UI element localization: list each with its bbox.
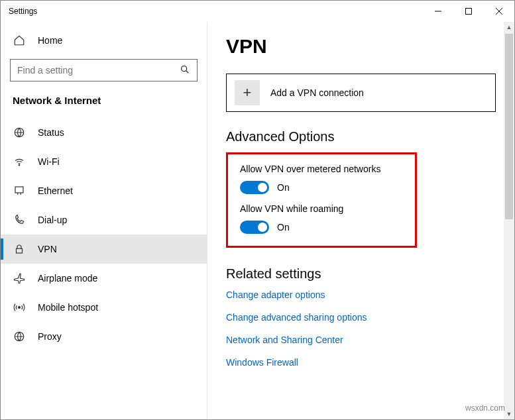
page-title: VPN — [226, 35, 496, 58]
svg-rect-11 — [17, 248, 23, 253]
hotspot-icon — [13, 301, 26, 313]
sidebar-item-label: VPN — [38, 244, 57, 254]
scroll-down-icon[interactable]: ▼ — [504, 409, 514, 419]
svg-line-5 — [186, 71, 188, 73]
sidebar-item-airplane[interactable]: Airplane mode — [1, 264, 207, 293]
highlighted-region: Allow VPN over metered networks On Allow… — [226, 152, 417, 248]
toggle-roaming[interactable] — [240, 221, 269, 234]
airplane-icon — [13, 272, 26, 284]
dialup-icon — [13, 214, 26, 226]
sidebar-item-label: Dial-up — [38, 215, 67, 225]
sidebar-item-label: Mobile hotspot — [38, 302, 98, 313]
sidebar-item-ethernet[interactable]: Ethernet — [1, 176, 207, 205]
home-link[interactable]: Home — [1, 26, 207, 55]
sidebar-item-proxy[interactable]: Proxy — [1, 322, 207, 351]
link-network-center[interactable]: Network and Sharing Center — [226, 335, 496, 345]
scrollbar[interactable]: ▲ ▼ — [504, 22, 514, 419]
toggle-metered[interactable] — [240, 181, 269, 194]
scrollbar-thumb[interactable] — [505, 34, 513, 219]
add-vpn-button[interactable]: + Add a VPN connection — [226, 74, 496, 112]
window-title: Settings — [9, 7, 423, 16]
ethernet-icon — [13, 185, 26, 197]
vpn-icon — [13, 243, 26, 255]
sidebar-item-status[interactable]: Status — [1, 118, 207, 147]
status-icon — [13, 127, 26, 138]
sidebar: Home Network & Internet Status Wi-Fi Eth… — [1, 22, 207, 419]
search-input[interactable] — [17, 65, 180, 76]
add-vpn-label: Add a VPN connection — [270, 87, 364, 98]
sidebar-item-label: Proxy — [38, 331, 62, 342]
sidebar-item-hotspot[interactable]: Mobile hotspot — [1, 293, 207, 322]
search-icon — [180, 64, 190, 77]
sidebar-item-label: Airplane mode — [38, 273, 97, 284]
plus-icon: + — [235, 80, 260, 105]
svg-rect-1 — [466, 9, 472, 15]
titlebar: Settings — [1, 1, 514, 22]
wifi-icon — [13, 156, 26, 168]
maximize-button[interactable] — [453, 1, 484, 22]
home-icon — [13, 34, 26, 46]
advanced-options-heading: Advanced Options — [226, 129, 496, 144]
svg-point-12 — [19, 307, 21, 309]
sidebar-item-dialup[interactable]: Dial-up — [1, 205, 207, 235]
main-panel: VPN + Add a VPN connection Advanced Opti… — [207, 22, 514, 419]
close-button[interactable] — [484, 1, 514, 22]
link-windows-firewall[interactable]: Windows Firewall — [226, 357, 496, 368]
section-title: Network & Internet — [1, 91, 207, 118]
toggle-roaming-label: Allow VPN while roaming — [240, 203, 403, 214]
svg-point-4 — [182, 66, 187, 71]
sidebar-item-label: Ethernet — [38, 185, 73, 196]
sidebar-item-label: Status — [38, 127, 64, 138]
window-controls — [423, 1, 514, 22]
link-adapter-options[interactable]: Change adapter options — [226, 289, 496, 300]
minimize-button[interactable] — [423, 1, 453, 22]
watermark: wsxdn.com — [465, 403, 505, 413]
toggle-roaming-state: On — [277, 222, 290, 233]
search-box[interactable] — [10, 59, 198, 81]
svg-rect-8 — [15, 187, 23, 193]
sidebar-item-label: Wi-Fi — [38, 156, 60, 167]
related-settings-heading: Related settings — [226, 266, 496, 282]
home-label: Home — [38, 35, 62, 46]
link-sharing-options[interactable]: Change advanced sharing options — [226, 312, 496, 323]
proxy-icon — [13, 331, 26, 342]
svg-point-7 — [19, 165, 20, 166]
toggle-metered-label: Allow VPN over metered networks — [240, 164, 403, 174]
toggle-metered-state: On — [277, 182, 290, 193]
sidebar-item-vpn[interactable]: VPN — [1, 235, 207, 264]
scroll-up-icon[interactable]: ▲ — [504, 22, 514, 32]
sidebar-item-wifi[interactable]: Wi-Fi — [1, 147, 207, 176]
